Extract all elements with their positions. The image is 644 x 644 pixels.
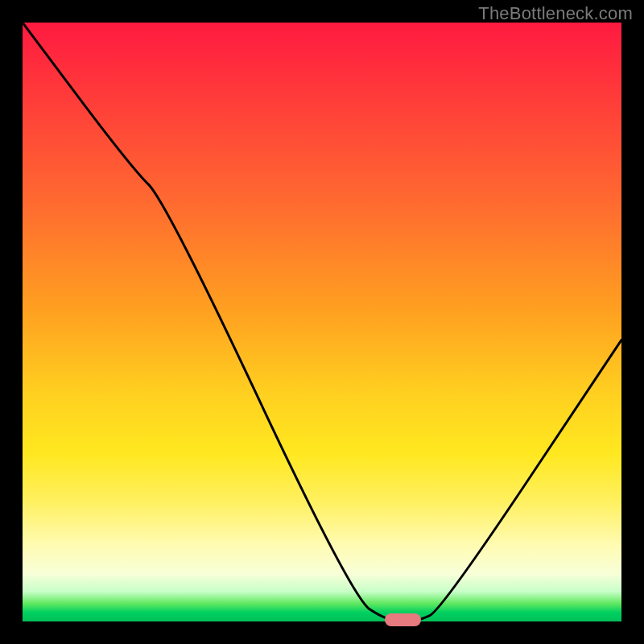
watermark-text: TheBottleneck.com	[478, 3, 633, 24]
plot-area	[23, 23, 621, 621]
bottleneck-curve	[23, 23, 621, 621]
chart-frame: TheBottleneck.com	[0, 0, 644, 644]
optimal-marker	[385, 613, 421, 626]
